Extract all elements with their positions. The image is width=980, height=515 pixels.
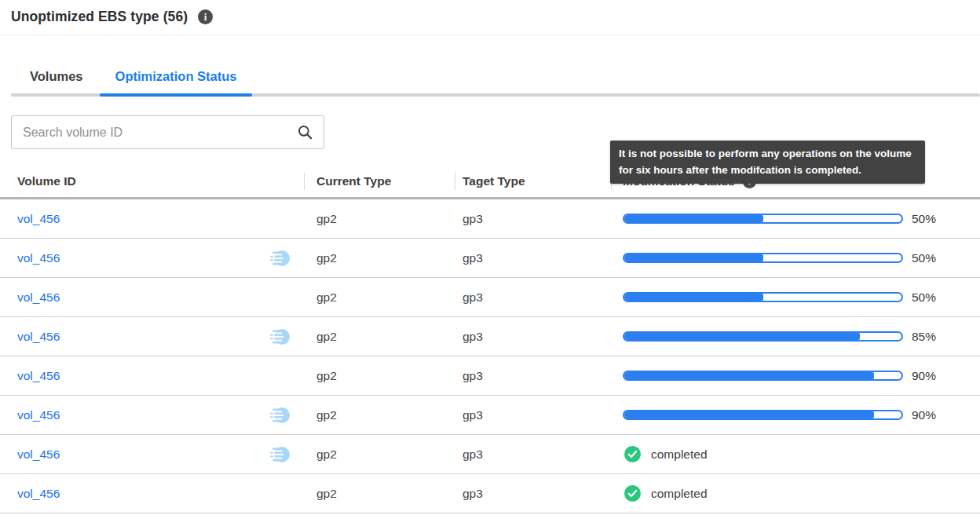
target-type-cell: gp3 — [455, 487, 611, 501]
progress-percent-label: 85% — [912, 330, 936, 344]
fast-transfer-icon — [267, 248, 291, 268]
target-type-cell: gp3 — [455, 212, 611, 226]
progress-bar-fill — [624, 215, 763, 222]
volume-id-cell: vol_456 — [0, 248, 304, 268]
table-row: vol_456gp2gp390% — [0, 396, 980, 435]
completed-check-icon — [624, 485, 641, 502]
progress-percent-label: 90% — [912, 369, 936, 383]
table-body: vol_456gp2gp350%vol_456gp2gp350%vol_456g… — [0, 199, 980, 513]
target-type-cell: gp3 — [455, 447, 611, 462]
column-header-current-type[interactable]: Current Type — [304, 174, 455, 188]
progress-bar-fill — [624, 294, 763, 301]
column-header-target-type[interactable]: Taget Type — [455, 174, 611, 188]
modification-status-cell: 50% — [611, 251, 980, 265]
progress-bar — [623, 410, 903, 420]
current-type-cell: gp2 — [304, 369, 455, 383]
optimization-status-table: Volume ID Current Type Taget Type Modifi… — [0, 170, 980, 513]
target-type-cell: gp3 — [455, 290, 611, 305]
modification-status-cell: completed — [611, 446, 980, 462]
fast-transfer-icon — [267, 444, 291, 465]
modification-status-cell: 50% — [611, 290, 980, 305]
volume-id-cell: vol_456 — [0, 369, 304, 383]
progress-bar-fill — [624, 333, 860, 340]
progress-percent-label: 50% — [912, 212, 936, 226]
completed-check-icon — [624, 446, 641, 462]
table-row: vol_456gp2gp350% — [0, 199, 980, 239]
table-row: vol_456gp2gp350% — [0, 239, 980, 278]
modification-status-cell: 50% — [611, 212, 980, 226]
table-row: vol_456gp2gp3completed — [0, 435, 980, 474]
column-header-volume-id[interactable]: Volume ID — [0, 174, 304, 188]
table-row: vol_456gp2gp385% — [0, 317, 980, 356]
volume-id-cell: vol_456 — [0, 290, 304, 305]
volume-id-cell: vol_456 — [0, 212, 304, 226]
search-icon[interactable] — [297, 124, 313, 141]
modification-status-tooltip: It is not possible to perform any operat… — [610, 141, 925, 184]
volume-id-link[interactable]: vol_456 — [17, 369, 60, 383]
target-type-cell: gp3 — [455, 330, 611, 344]
target-type-cell: gp3 — [455, 251, 611, 265]
search-input[interactable] — [23, 126, 297, 140]
progress-bar — [623, 253, 903, 263]
status-completed-label: completed — [651, 447, 708, 462]
progress-percent-label: 50% — [912, 251, 936, 265]
modification-status-cell: 85% — [611, 330, 980, 344]
current-type-cell: gp2 — [304, 408, 455, 422]
current-type-cell: gp2 — [304, 212, 455, 226]
table-row: vol_456gp2gp3completed — [0, 474, 980, 513]
title-info-icon[interactable]: i — [198, 9, 213, 24]
progress-bar — [623, 292, 903, 302]
progress-percent-label: 50% — [912, 290, 936, 305]
tab-volumes[interactable]: Volumes — [30, 69, 83, 97]
volume-id-link[interactable]: vol_456 — [17, 487, 60, 501]
fast-transfer-icon — [267, 327, 291, 347]
progress-bar — [623, 331, 903, 342]
search-box — [11, 115, 324, 149]
current-type-cell: gp2 — [304, 251, 455, 265]
page-title: Unoptimized EBS type (56) — [11, 9, 188, 25]
volume-id-link[interactable]: vol_456 — [17, 251, 60, 265]
volume-id-link[interactable]: vol_456 — [17, 330, 60, 344]
volume-id-cell: vol_456 — [0, 405, 304, 426]
page-header: Unoptimized EBS type (56) i — [0, 0, 980, 35]
volume-id-link[interactable]: vol_456 — [17, 290, 60, 305]
progress-percent-label: 90% — [912, 408, 936, 422]
modification-status-cell: 90% — [611, 408, 980, 422]
tab-bar: Volumes Optimization Status — [0, 69, 980, 97]
status-completed-label: completed — [651, 487, 708, 501]
volume-id-link[interactable]: vol_456 — [17, 408, 60, 422]
current-type-cell: gp2 — [304, 447, 455, 462]
table-row: vol_456gp2gp350% — [0, 278, 980, 317]
table-row: vol_456gp2gp390% — [0, 356, 980, 396]
progress-bar-fill — [624, 254, 763, 261]
target-type-cell: gp3 — [455, 369, 611, 383]
current-type-cell: gp2 — [304, 290, 455, 305]
volume-id-link[interactable]: vol_456 — [17, 447, 60, 462]
fast-transfer-icon — [267, 405, 291, 426]
progress-bar-fill — [624, 372, 874, 379]
modification-status-cell: completed — [611, 485, 980, 502]
volume-id-cell: vol_456 — [0, 444, 304, 465]
current-type-cell: gp2 — [304, 487, 455, 501]
target-type-cell: gp3 — [455, 408, 611, 422]
tab-optimization-status[interactable]: Optimization Status — [115, 69, 237, 97]
volume-id-link[interactable]: vol_456 — [17, 212, 60, 226]
volume-id-cell: vol_456 — [0, 487, 304, 501]
progress-bar — [623, 371, 903, 381]
progress-bar-fill — [624, 411, 874, 418]
modification-status-cell: 90% — [611, 369, 980, 383]
current-type-cell: gp2 — [304, 330, 455, 344]
progress-bar — [623, 214, 903, 224]
volume-id-cell: vol_456 — [0, 327, 304, 347]
